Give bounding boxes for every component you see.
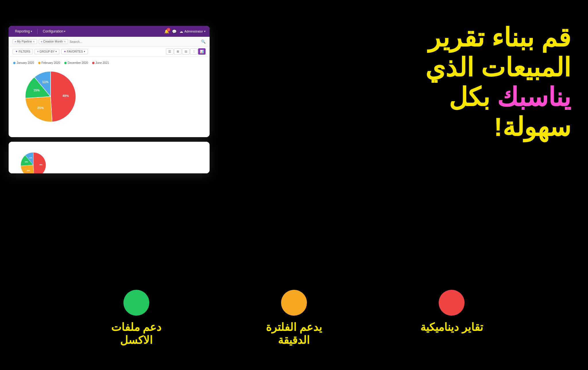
headline-line1: قم ببناء تقرير	[370, 23, 571, 53]
svg-text:15%: 15%	[25, 161, 28, 163]
navbar: Reporting ▾ Configuration ▾ 🔔 11 💬 ☁ A	[9, 26, 210, 37]
star-icon: ★	[64, 50, 66, 53]
pipeline-tag-close[interactable]: ✕	[33, 40, 35, 43]
creation-month-tag-icon: ≡	[41, 40, 42, 43]
nav-configuration-arrow: ▾	[64, 30, 65, 33]
feature-label-filter: يدعم الفلترة الدقيقة	[266, 321, 322, 347]
right-text-area: قم ببناء تقرير المبيعات الذي يناسبك بكل …	[370, 23, 571, 142]
browser-window-top: Reporting ▾ Configuration ▾ 🔔 11 💬 ☁ A	[9, 26, 210, 137]
creation-month-tag-label: Creation Month	[43, 40, 63, 43]
legend-dec2020: December 2020	[64, 61, 88, 64]
nav-divider	[37, 29, 38, 34]
feature-filter-line1: يدعم الفلترة	[266, 321, 322, 334]
nav-icons: 🔔 11 💬 ☁ Administrator ▾	[164, 29, 206, 34]
feature-excel-line2: الاكسل	[111, 334, 162, 347]
favorites-label: FAVORITES	[67, 50, 83, 53]
filter-tag-creation-month[interactable]: ≡ Creation Month ✕	[39, 39, 68, 44]
filters-button[interactable]: ▼ FILTERS	[13, 49, 33, 54]
toolbar: ▼ FILTERS ≡ GROUP BY ▾ ★ FAVORITES ▾ ☰ ⊞…	[9, 47, 210, 57]
feature-filter: يدعم الفلترة الدقيقة	[251, 290, 337, 347]
feature-excel-line1: دعم ملفات	[111, 321, 162, 334]
svg-text:49%: 49%	[63, 94, 69, 97]
calendar-view-button[interactable]: ⊟	[182, 48, 189, 55]
nav-configuration-label: Configuration	[43, 29, 63, 33]
favorites-button[interactable]: ★ FAVORITES ▾	[61, 49, 88, 54]
feature-label-excel: دعم ملفات الاكسل	[111, 321, 162, 347]
bottom-chart-area: 49%25%15%11%	[9, 142, 210, 173]
legend-dot-jun2021	[92, 62, 94, 64]
groupby-icon: ≡	[37, 50, 38, 53]
legend-label-dec2020: December 2020	[68, 61, 88, 64]
legend-jun2021: June 2021	[92, 61, 109, 64]
svg-text:25%: 25%	[27, 170, 30, 171]
pie-chart-main: 49%25%15%11%	[22, 68, 79, 125]
headline-line3: يناسبك بكل	[370, 83, 571, 112]
feature-circle-filter	[281, 290, 307, 316]
headline-line3-highlight: يناسبك	[490, 83, 571, 112]
svg-text:11%: 11%	[42, 80, 49, 84]
list-view-button[interactable]: ☰	[166, 48, 173, 55]
browser-window-bottom: 49%25%15%11%	[9, 142, 210, 173]
legend-feb2020: February 2020	[38, 61, 60, 64]
svg-text:15%: 15%	[34, 89, 40, 92]
chart-legend: January 2020 February 2020 December 2020…	[13, 61, 205, 64]
pipeline-tag-icon: ≡	[15, 40, 16, 43]
nav-bell-icon[interactable]: 🔔 11	[164, 29, 169, 34]
feature-dynamic: تقاير ديناميكية	[409, 290, 495, 334]
legend-label-jan2020: January 2020	[17, 61, 34, 64]
chart-area: January 2020 February 2020 December 2020…	[9, 57, 210, 137]
settings-view-button[interactable]: ⋮	[190, 48, 198, 55]
nav-admin-arrow: ▾	[204, 30, 206, 33]
nav-admin-label: Administrator	[184, 30, 203, 33]
nav-admin[interactable]: ☁ Administrator ▾	[179, 29, 206, 34]
nav-configuration[interactable]: Configuration ▾	[40, 28, 68, 34]
feature-circle-excel	[123, 290, 149, 316]
filter-icon: ▼	[15, 50, 18, 53]
feature-circle-dynamic	[439, 290, 465, 316]
bottom-pie-chart: 49%25%15%11%	[13, 146, 59, 173]
feature-dynamic-line1: تقاير ديناميكية	[420, 321, 483, 334]
favorites-arrow: ▾	[84, 50, 85, 53]
nav-reporting-label: Reporting	[15, 29, 30, 33]
groupby-label: GROUP BY	[40, 50, 55, 53]
legend-jan2020: January 2020	[13, 61, 34, 64]
bottom-features: دعم ملفات الاكسل يدعم الفلترة الدقيقة تق…	[0, 290, 588, 347]
nav-reporting[interactable]: Reporting ▾	[13, 28, 34, 34]
filters-label: FILTERS	[19, 50, 30, 53]
svg-text:25%: 25%	[37, 106, 44, 110]
headline-line3-part1: بكل	[449, 83, 490, 112]
pipeline-tag-label: My Pipeline	[17, 40, 32, 43]
nav-chat-icon[interactable]: 💬	[172, 29, 177, 34]
main-headline: قم ببناء تقرير المبيعات الذي يناسبك بكل …	[370, 23, 571, 142]
legend-label-jun2021: June 2021	[96, 61, 109, 64]
groupby-arrow: ▾	[55, 50, 57, 53]
svg-text:49%: 49%	[39, 164, 42, 166]
feature-filter-line2: الدقيقة	[266, 334, 322, 347]
legend-label-feb2020: February 2020	[42, 61, 60, 64]
legend-dot-jan2020	[13, 62, 16, 64]
feature-label-dynamic: تقاير ديناميكية	[420, 321, 483, 334]
headline-line4: سهولة!	[370, 112, 571, 142]
legend-dot-feb2020	[38, 62, 40, 64]
search-button[interactable]: 🔍	[201, 39, 206, 44]
feature-excel: دعم ملفات الاكسل	[93, 290, 179, 347]
search-input[interactable]	[70, 40, 199, 43]
chart-view-button[interactable]: 📊	[198, 48, 206, 55]
nav-reporting-arrow: ▾	[31, 30, 32, 33]
view-icons: ☰ ⊞ ⊟ ⋮ 📊	[166, 48, 206, 55]
pie-chart-container: 49%25%15%11%	[13, 68, 205, 125]
groupby-button[interactable]: ≡ GROUP BY ▾	[34, 49, 59, 54]
search-area: ≡ My Pipeline ✕ ≡ Creation Month ✕ 🔍	[9, 37, 210, 47]
filter-tag-pipeline[interactable]: ≡ My Pipeline ✕	[13, 39, 37, 44]
grid-view-button[interactable]: ⊞	[174, 48, 181, 55]
legend-dot-dec2020	[64, 62, 67, 64]
creation-month-tag-close[interactable]: ✕	[64, 40, 66, 43]
svg-text:11%: 11%	[29, 157, 32, 159]
headline-line2: المبيعات الذي	[370, 53, 571, 83]
